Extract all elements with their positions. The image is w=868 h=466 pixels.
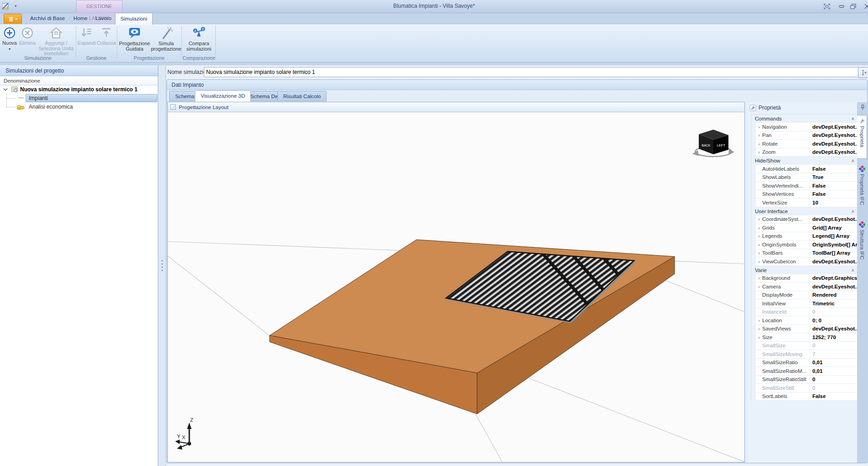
prop-value[interactable]: 0 [810, 309, 858, 314]
prop-value[interactable]: 0 [810, 385, 858, 391]
prop-row-showvertices[interactable]: ShowVerticesFalse [756, 190, 858, 199]
prop-value[interactable]: devDept.Eyeshot.... [810, 149, 858, 155]
collassa-button[interactable]: Collassa [97, 25, 116, 46]
viewcube-left-face[interactable]: LEFT [717, 143, 726, 147]
prop-value[interactable]: False [810, 166, 858, 172]
prop-value[interactable]: 0,01 [810, 368, 858, 374]
restore-button[interactable] [847, 2, 859, 10]
prop-row-smallsizeratiom-[interactable]: SmallSizeRatioM...0,01 [756, 367, 858, 376]
prop-value[interactable]: 0; 0 [810, 318, 858, 323]
elimina-button[interactable]: Elimina [18, 25, 36, 46]
prop-value[interactable]: Legend[] Array [810, 233, 858, 239]
fit-window-button[interactable] [821, 2, 833, 10]
prop-value[interactable]: devDept.Eyeshot.... [810, 132, 858, 138]
prop-row-smallsize[interactable]: SmallSize0 [756, 342, 858, 351]
tree-item-root[interactable]: Nuova simulazione impianto solare termic… [0, 85, 158, 94]
prop-row-grids[interactable]: ›GridsGrid[] Array [756, 224, 858, 232]
prop-row-camera[interactable]: ›CameradevDept.Eyeshot.... [756, 283, 858, 291]
prop-row-location[interactable]: ›Location0; 0 [756, 316, 858, 325]
prop-row-autohidelabels[interactable]: AutoHideLabelsFalse [756, 165, 858, 173]
expand-icon[interactable]: › [756, 242, 762, 247]
viewcube-back-face[interactable]: BACK [702, 144, 710, 147]
prop-value[interactable]: devDept.Eyeshot.... [810, 326, 858, 331]
tab-visualizzazione-3d[interactable]: Visualizzazione 3D [195, 90, 251, 102]
expand-icon[interactable]: › [756, 149, 762, 155]
prop-value[interactable]: Trimetric [810, 301, 858, 306]
rename-button[interactable] [858, 67, 868, 78]
prop-value[interactable]: devDept.Eyeshot.... [810, 141, 858, 147]
prop-value[interactable]: 1252; 770 [810, 335, 858, 340]
tab-simulazioni[interactable]: Simulazioni [115, 13, 153, 25]
prop-row-pan[interactable]: ›PandevDept.Eyeshot.... [756, 131, 858, 140]
tab-archivi-di-base[interactable]: Archivi di Base [25, 13, 70, 24]
prop-value[interactable]: 0 [810, 377, 858, 382]
prop-row-zoom[interactable]: ›ZoomdevDept.Eyeshot.... [756, 148, 858, 157]
tree-column-header[interactable]: Denominazione [0, 76, 158, 85]
prop-value[interactable]: devDept.Eyeshot.... [810, 216, 858, 222]
prop-value[interactable]: Grid[] Array [810, 225, 858, 230]
prop-row-background[interactable]: ›BackgrounddevDept.Graphics.... [756, 274, 858, 283]
collapse-chevron-icon[interactable]: ∧ [851, 158, 854, 163]
side-tab-proprieta[interactable]: Proprietà [857, 115, 867, 159]
prop-row-rotate[interactable]: ›RotatedevDept.Eyeshot.... [756, 140, 858, 148]
prop-value[interactable]: 0 [810, 343, 858, 348]
prop-row-originsymbols[interactable]: ›OriginSymbolsOriginSymbol[] Ar... [756, 241, 858, 249]
expand-icon[interactable]: › [756, 284, 762, 289]
espandi-button[interactable]: Espandi [78, 25, 96, 46]
close-button[interactable] [861, 2, 868, 10]
auto-hide-pin-icon[interactable] [860, 105, 866, 110]
prop-row-smallsizestill[interactable]: SmallSizeStill0 [756, 384, 858, 393]
expand-icon[interactable]: › [756, 335, 762, 340]
prop-row-size[interactable]: ›Size1252; 770 [756, 333, 858, 342]
nuova-dropdown-icon[interactable]: ▾ [9, 47, 10, 52]
prop-row-savedviews[interactable]: ›SavedViewsdevDept.Eyeshot.... [756, 325, 858, 334]
view-cube[interactable]: BACK LEFT [692, 130, 734, 157]
collapse-chevron-icon[interactable]: ∧ [851, 209, 854, 214]
simulation-name-input[interactable] [204, 67, 859, 77]
prop-value[interactable]: False [810, 191, 858, 197]
prop-value[interactable]: False [810, 393, 858, 399]
prop-row-coordinatesyst-[interactable]: ›CoordinateSyst...devDept.Eyeshot.... [756, 215, 858, 224]
prop-value[interactable]: 0,01 [810, 360, 858, 365]
collapse-chevron-icon[interactable]: ∧ [851, 268, 854, 272]
prop-section-varie[interactable]: Varie∧ [751, 266, 858, 274]
prop-row-smallsizeratio[interactable]: SmallSizeRatio0,01 [756, 359, 858, 367]
collapse-chevron-icon[interactable]: ∧ [851, 116, 854, 121]
prop-row-smallsizeratiostill[interactable]: SmallSizeRatioStill0 [756, 376, 858, 384]
tab-lavoro[interactable]: Lavoro [90, 13, 116, 24]
prop-value[interactable]: devDept.Graphics.... [810, 275, 858, 281]
prop-value[interactable]: ToolBar[] Array [810, 250, 858, 256]
prop-row-toolbars[interactable]: ›ToolBarsToolBar[] Array [756, 249, 858, 258]
compara-simulazioni-button[interactable]: A B Compara simulazioni [183, 25, 214, 52]
prop-section-commands[interactable]: Commands∧ [751, 115, 858, 123]
viewport-3d-canvas[interactable]: BACK LEFT Z Y X [168, 112, 744, 462]
prop-value[interactable]: True [810, 174, 858, 180]
nuova-button[interactable]: Nuova ▾ [1, 25, 18, 52]
expand-icon[interactable]: › [756, 250, 762, 256]
side-tab-proprieta-ifc[interactable]: Proprietà IFC [857, 163, 867, 215]
aggiungi-seleziona-button[interactable]: Aggiungi / Seleziona Unità Immobiliari [36, 25, 76, 57]
progettazione-guidata-button[interactable]: Progettazione Guidata [119, 25, 151, 52]
prop-value[interactable]: devDept.Eyeshot.... [810, 259, 858, 264]
simula-progettazione-button[interactable]: Simula progettazione [151, 25, 181, 52]
file-menu-button[interactable]: ▾ [4, 14, 22, 24]
tree-expand-chevron-icon[interactable] [3, 88, 8, 91]
expand-icon[interactable]: › [756, 141, 762, 147]
minimize-button[interactable] [836, 2, 847, 10]
prop-value[interactable]: 7 [810, 351, 858, 357]
expand-icon[interactable]: › [756, 225, 762, 230]
prop-value[interactable]: False [810, 183, 858, 188]
prop-value[interactable]: OriginSymbol[] Ar... [810, 242, 858, 247]
expand-icon[interactable]: › [756, 124, 762, 130]
panel-splitter[interactable] [158, 65, 166, 466]
expand-icon[interactable]: › [756, 216, 762, 222]
tree-item-impianti[interactable]: — Impianti [0, 94, 158, 103]
prop-row-initialview[interactable]: InitialViewTrimetric [756, 299, 858, 308]
prop-row-navigation[interactable]: ›NavigationdevDept.Eyeshot.... [756, 123, 858, 131]
prop-row-legends[interactable]: ›LegendsLegend[] Array [756, 232, 858, 241]
prop-row-smallsizemoving[interactable]: SmallSizeMoving7 [756, 350, 858, 359]
prop-row-vertexsize[interactable]: VertexSize10 [756, 199, 858, 207]
prop-row-viewcubeicon[interactable]: ›ViewCubeIcondevDept.Eyeshot.... [756, 257, 858, 266]
tree-item-analisi-economica[interactable]: Analisi economica [0, 103, 158, 111]
prop-value[interactable]: 10 [810, 200, 858, 205]
